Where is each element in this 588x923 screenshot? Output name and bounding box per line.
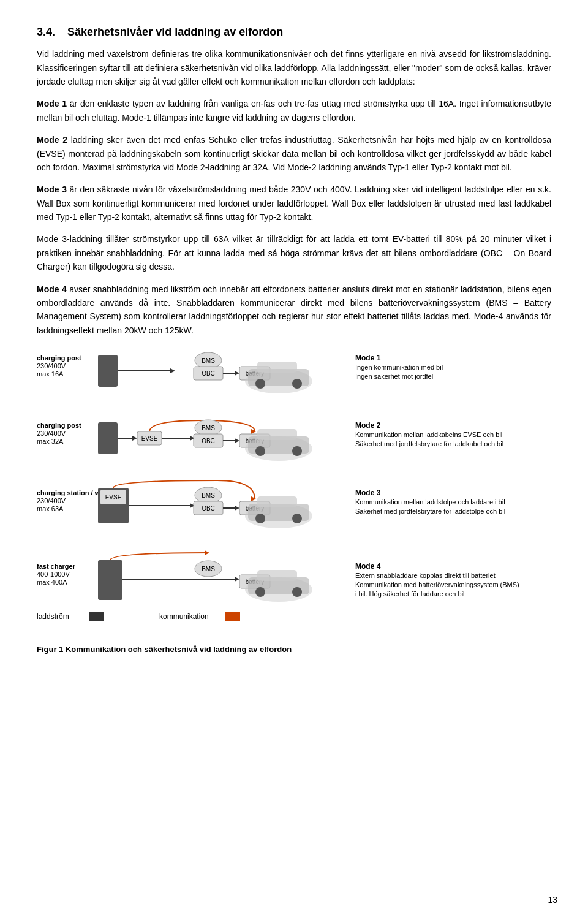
mode1-label: Mode 1 bbox=[37, 99, 67, 108]
svg-rect-36 bbox=[257, 429, 297, 440]
mode2-label: Mode 2 bbox=[37, 135, 67, 145]
diagram-svg: charging post 230/400V max 16A BMS OBC b… bbox=[37, 352, 551, 634]
svg-text:Mode 3: Mode 3 bbox=[355, 488, 381, 497]
svg-text:Kommunikation mellan laddkabel: Kommunikation mellan laddkabelns EVSE oc… bbox=[355, 431, 502, 438]
mode2-text: laddning sker även det med enfas Schuko … bbox=[37, 135, 551, 172]
svg-text:max 32A: max 32A bbox=[37, 438, 64, 445]
figure-caption: Figur 1 Kommunikation och säkerhetsnivå … bbox=[37, 644, 551, 656]
paragraph-mode2: Mode 2 laddning sker även det med enfas … bbox=[37, 133, 551, 174]
mode4-text: avser snabbladdning med likström och inn… bbox=[37, 284, 551, 335]
svg-point-82 bbox=[292, 587, 302, 597]
svg-rect-61 bbox=[257, 496, 297, 507]
svg-text:Mode 4: Mode 4 bbox=[355, 562, 381, 571]
paragraph-mode1: Mode 1 är den enklaste typen av laddning… bbox=[37, 97, 551, 124]
legend-kommunikation-box bbox=[225, 612, 240, 621]
section-title: Säkerhetsnivåer vid laddning av elfordon bbox=[67, 26, 283, 38]
svg-text:Extern snabbladdare kopplas di: Extern snabbladdare kopplas direkt till … bbox=[355, 572, 496, 579]
svg-text:BMS: BMS bbox=[202, 566, 215, 572]
mode3-label: Mode 3 bbox=[37, 184, 67, 194]
diagram-section: charging post 230/400V max 16A BMS OBC b… bbox=[37, 352, 551, 656]
svg-text:Ingen kommunikation med bil: Ingen kommunikation med bil bbox=[355, 363, 443, 371]
page-number: 13 bbox=[548, 895, 557, 905]
svg-marker-23 bbox=[251, 429, 256, 434]
row1-title: charging post bbox=[37, 354, 81, 362]
svg-marker-2 bbox=[170, 368, 175, 373]
svg-text:Kommunikation mellan laddstolp: Kommunikation mellan laddstolpe och ladd… bbox=[355, 498, 505, 506]
svg-rect-70 bbox=[98, 560, 123, 600]
paragraph-mode3-continued: Mode 3-laddning tillåter strömstyrkor up… bbox=[37, 232, 551, 273]
svg-point-38 bbox=[292, 446, 302, 456]
section-heading: 3.4. Säkerhetsnivåer vid laddning av elf… bbox=[37, 25, 551, 40]
paragraph-1: Vid laddning med växelström definieras t… bbox=[37, 47, 551, 88]
legend-laddstrom-box bbox=[89, 612, 104, 621]
svg-point-12 bbox=[292, 379, 302, 389]
legend-laddstrom-label: laddström bbox=[37, 612, 69, 621]
svg-point-11 bbox=[255, 379, 265, 389]
svg-marker-6 bbox=[235, 371, 239, 376]
svg-point-37 bbox=[255, 446, 265, 456]
svg-text:i bil. Hög säkerhet för laddar: i bil. Hög säkerhet för laddare och bil bbox=[355, 590, 465, 598]
paragraph-mode4: Mode 4 avser snabbladdning med likström … bbox=[37, 283, 551, 338]
svg-marker-56 bbox=[235, 506, 239, 511]
svg-text:BMS: BMS bbox=[202, 357, 215, 364]
mode3-text: är den säkraste nivån för växelströmslad… bbox=[37, 184, 551, 222]
svg-text:EVSE: EVSE bbox=[141, 435, 158, 442]
svg-text:230/400V: 230/400V bbox=[37, 430, 66, 437]
section-number: 3.4. bbox=[37, 26, 55, 38]
svg-marker-31 bbox=[235, 438, 239, 443]
svg-text:fast charger: fast charger bbox=[37, 563, 76, 570]
svg-text:BMS: BMS bbox=[202, 425, 215, 431]
mode4-label: Mode 4 bbox=[37, 284, 67, 294]
svg-point-81 bbox=[255, 587, 265, 597]
svg-text:max 400A: max 400A bbox=[37, 579, 67, 586]
svg-rect-10 bbox=[257, 362, 297, 373]
svg-text:OBC: OBC bbox=[202, 505, 215, 512]
mode1-text: är den enklaste typen av laddning från v… bbox=[37, 99, 551, 122]
svg-text:max 16A: max 16A bbox=[37, 370, 64, 378]
legend-kommunikation-label: kommunikation bbox=[159, 612, 209, 621]
svg-text:OBC: OBC bbox=[202, 370, 215, 377]
svg-text:Säkerhet med jordfelsbrytare f: Säkerhet med jordfelsbrytare för laddsto… bbox=[355, 507, 505, 515]
svg-text:Ingen säkerhet mot jordfel: Ingen säkerhet mot jordfel bbox=[355, 373, 433, 380]
svg-point-62 bbox=[255, 514, 265, 523]
svg-marker-77 bbox=[205, 550, 209, 555]
svg-text:230/400V: 230/400V bbox=[37, 497, 66, 504]
svg-rect-18 bbox=[98, 422, 118, 454]
paragraph-mode3: Mode 3 är den säkraste nivån för växelst… bbox=[37, 183, 551, 224]
svg-marker-20 bbox=[132, 436, 137, 441]
svg-text:BMS: BMS bbox=[202, 492, 215, 499]
svg-text:OBC: OBC bbox=[202, 438, 215, 444]
svg-marker-72 bbox=[235, 577, 239, 582]
svg-text:max 63A: max 63A bbox=[37, 505, 64, 512]
svg-text:Kommunikation med batteriöverv: Kommunikation med batteriövervakningssys… bbox=[355, 581, 519, 588]
svg-text:Mode 2: Mode 2 bbox=[355, 421, 381, 430]
svg-text:230/400V: 230/400V bbox=[37, 362, 66, 370]
svg-text:EVSE: EVSE bbox=[105, 494, 122, 501]
svg-text:charging post: charging post bbox=[37, 422, 81, 429]
svg-text:Säkerhet med jordfelsbrytare f: Säkerhet med jordfelsbrytare för laddkab… bbox=[355, 440, 503, 447]
svg-point-63 bbox=[292, 514, 302, 523]
row1-charging-post bbox=[98, 355, 118, 387]
svg-rect-80 bbox=[257, 570, 297, 581]
svg-text:400-1000V: 400-1000V bbox=[37, 571, 70, 578]
row1-mode-label: Mode 1 bbox=[355, 354, 381, 362]
